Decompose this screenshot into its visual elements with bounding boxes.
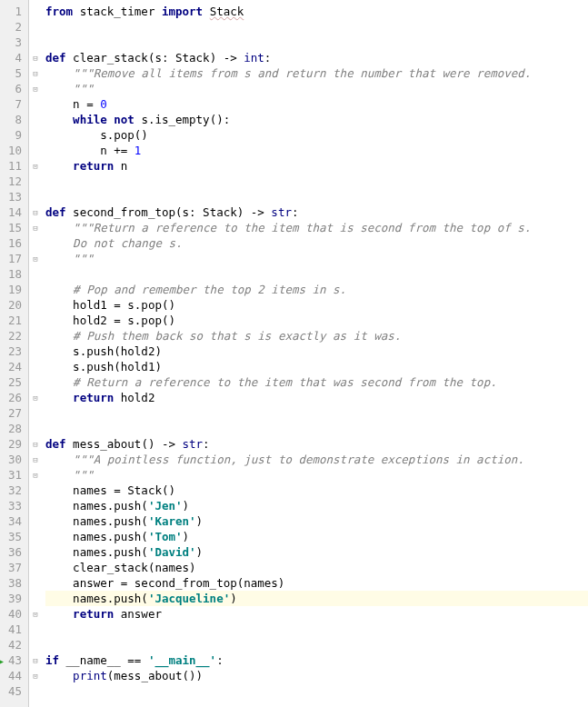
- fold-marker[interactable]: [29, 498, 42, 513]
- fold-marker[interactable]: [29, 467, 42, 483]
- code-line[interactable]: while not s.is_empty():: [45, 112, 588, 127]
- fold-marker[interactable]: [29, 127, 42, 143]
- fold-marker[interactable]: [29, 65, 42, 81]
- code-line[interactable]: # Push them back so that s is exactly as…: [45, 328, 588, 344]
- fold-marker[interactable]: [29, 436, 42, 452]
- code-token: [45, 252, 73, 265]
- code-line[interactable]: [45, 19, 588, 35]
- code-line[interactable]: """: [45, 81, 588, 96]
- fold-marker[interactable]: [29, 652, 42, 668]
- fold-marker[interactable]: [29, 220, 42, 235]
- fold-marker[interactable]: [29, 96, 42, 112]
- fold-marker[interactable]: [29, 560, 42, 575]
- fold-marker[interactable]: [29, 282, 42, 297]
- code-line[interactable]: clear_stack(names): [45, 560, 588, 575]
- fold-marker[interactable]: [29, 35, 42, 50]
- code-line[interactable]: n = 0: [45, 96, 588, 112]
- code-line[interactable]: answer = second_from_top(names): [45, 575, 588, 591]
- fold-marker[interactable]: [29, 81, 42, 96]
- fold-marker[interactable]: [29, 174, 42, 189]
- line-number: 16: [0, 235, 25, 251]
- code-line[interactable]: def clear_stack(s: Stack) -> int:: [45, 50, 588, 65]
- fold-marker[interactable]: [29, 683, 42, 699]
- fold-marker[interactable]: [29, 297, 42, 313]
- code-line[interactable]: names.push('David'): [45, 544, 588, 560]
- fold-marker[interactable]: [29, 606, 42, 622]
- fold-marker[interactable]: [29, 622, 42, 637]
- code-line[interactable]: [45, 622, 588, 637]
- code-line[interactable]: [45, 266, 588, 282]
- code-token: # Pop and remember the top 2 items in s.: [73, 283, 346, 296]
- code-line[interactable]: [45, 405, 588, 421]
- code-line[interactable]: # Return a reference to the item that wa…: [45, 374, 588, 390]
- fold-marker[interactable]: [29, 19, 42, 35]
- code-line[interactable]: [45, 189, 588, 204]
- code-line[interactable]: return hold2: [45, 390, 588, 405]
- code-line[interactable]: print(mess_about()): [45, 668, 588, 683]
- fold-marker[interactable]: [29, 637, 42, 652]
- code-line[interactable]: hold1 = s.pop(): [45, 297, 588, 313]
- code-line[interactable]: if __name__ == '__main__':: [45, 652, 588, 668]
- fold-marker[interactable]: [29, 374, 42, 390]
- code-line[interactable]: def mess_about() -> str:: [45, 436, 588, 452]
- fold-marker[interactable]: [29, 313, 42, 328]
- code-line[interactable]: """Return a reference to the item that i…: [45, 220, 588, 235]
- fold-marker[interactable]: [29, 235, 42, 251]
- fold-marker[interactable]: [29, 390, 42, 405]
- code-line[interactable]: [45, 174, 588, 189]
- code-token: 'Karen': [148, 514, 196, 528]
- code-line[interactable]: [45, 637, 588, 652]
- fold-marker[interactable]: [29, 112, 42, 127]
- fold-marker[interactable]: [29, 483, 42, 498]
- fold-marker[interactable]: [29, 452, 42, 467]
- fold-marker[interactable]: [29, 529, 42, 544]
- fold-marker[interactable]: [29, 544, 42, 560]
- code-line[interactable]: s.push(hold1): [45, 359, 588, 374]
- code-line[interactable]: """A pointless function, just to demonst…: [45, 452, 588, 467]
- fold-marker[interactable]: [29, 344, 42, 359]
- code-line[interactable]: def second_from_top(s: Stack) -> str:: [45, 204, 588, 220]
- code-line[interactable]: [45, 421, 588, 436]
- code-line[interactable]: Do not change s.: [45, 235, 588, 251]
- fold-marker[interactable]: [29, 405, 42, 421]
- fold-marker[interactable]: [29, 328, 42, 344]
- code-line[interactable]: """Remove all items from s and return th…: [45, 65, 588, 81]
- line-number: 10: [0, 143, 25, 158]
- code-token: ): [196, 545, 204, 559]
- code-line[interactable]: [45, 683, 588, 699]
- fold-marker[interactable]: [29, 359, 42, 374]
- code-token: answer: [121, 607, 162, 621]
- fold-marker[interactable]: [29, 189, 42, 204]
- fold-marker[interactable]: [29, 4, 42, 19]
- code-line[interactable]: return n: [45, 158, 588, 174]
- fold-marker[interactable]: [29, 204, 42, 220]
- line-number: 28: [0, 421, 25, 436]
- fold-marker[interactable]: [29, 513, 42, 529]
- fold-marker[interactable]: [29, 251, 42, 266]
- line-number: 19: [0, 282, 25, 297]
- code-line[interactable]: names.push('Jacqueline'): [45, 591, 588, 606]
- code-line[interactable]: from stack_timer import Stack: [45, 4, 588, 19]
- code-line[interactable]: names.push('Tom'): [45, 529, 588, 544]
- code-line[interactable]: names.push('Jen'): [45, 498, 588, 513]
- fold-marker[interactable]: [29, 668, 42, 683]
- code-line[interactable]: names = Stack(): [45, 483, 588, 498]
- fold-marker[interactable]: [29, 591, 42, 606]
- fold-marker[interactable]: [29, 50, 42, 65]
- code-line[interactable]: s.pop(): [45, 127, 588, 143]
- code-line[interactable]: """: [45, 251, 588, 266]
- fold-marker[interactable]: [29, 266, 42, 282]
- code-line[interactable]: names.push('Karen'): [45, 513, 588, 529]
- fold-marker[interactable]: [29, 421, 42, 436]
- code-line[interactable]: [45, 35, 588, 50]
- code-line[interactable]: return answer: [45, 606, 588, 622]
- code-line[interactable]: hold2 = s.pop(): [45, 313, 588, 328]
- code-line[interactable]: """: [45, 467, 588, 483]
- code-line[interactable]: # Pop and remember the top 2 items in s.: [45, 282, 588, 297]
- code-line[interactable]: n += 1: [45, 143, 588, 158]
- fold-marker[interactable]: [29, 143, 42, 158]
- code-area[interactable]: from stack_timer import Stackdef clear_s…: [42, 0, 588, 707]
- fold-marker[interactable]: [29, 158, 42, 174]
- fold-marker[interactable]: [29, 575, 42, 591]
- code-line[interactable]: s.push(hold2): [45, 344, 588, 359]
